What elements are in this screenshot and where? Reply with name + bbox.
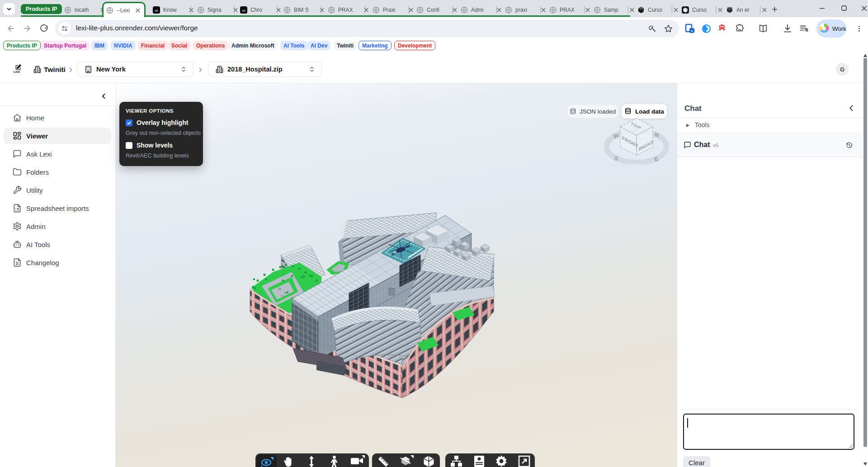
svg-text:v0: v0	[155, 9, 158, 13]
svg-text:v0: v0	[242, 9, 245, 13]
svg-text:1: 1	[691, 29, 693, 33]
